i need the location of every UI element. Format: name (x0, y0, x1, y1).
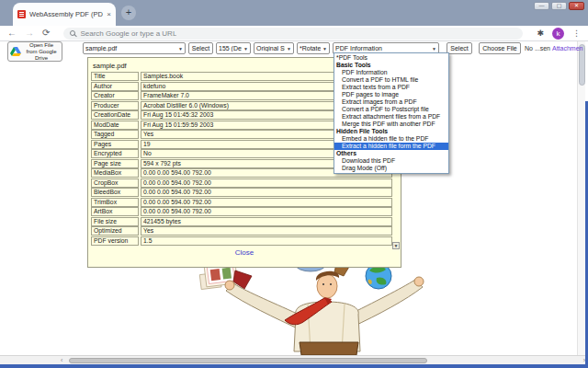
tools-menu-item[interactable]: Extract texts from a PDF (334, 84, 448, 91)
field-label: ArtBox (91, 207, 139, 216)
field-value: 1.5 (141, 236, 392, 246)
field-label: Title (91, 72, 139, 81)
table-row: CropBox 0.00 0.00 594.00 792.00 (91, 178, 398, 189)
size-select[interactable]: Original Siz ▼ (254, 42, 294, 54)
field-label: BleedBox (91, 188, 139, 197)
tools-menu-item[interactable]: Basic Tools (334, 62, 448, 69)
field-label: Author (91, 82, 139, 91)
field-label: CropBox (91, 178, 139, 188)
google-drive-icon (10, 47, 21, 56)
field-label: PDF version (91, 236, 139, 246)
field-value: 421455 bytes (141, 217, 392, 226)
tools-menu-item[interactable]: Extract images from a PDF (334, 98, 448, 106)
close-window-button[interactable]: ✕ (569, 2, 584, 10)
tools-menu-item[interactable]: Convert a PDF to Postscript file (334, 106, 448, 113)
table-row: ArtBox 0.00 0.00 594.00 792.00 (91, 207, 398, 217)
back-icon[interactable]: ← (7, 29, 17, 38)
chevron-down-icon: ▼ (243, 46, 248, 52)
pdf-tools-menu: *PDF ToolsBasic ToolsPDF InformationConv… (334, 52, 449, 174)
window-frame-bottom (0, 364, 588, 368)
browser-window: WebAssembly PDF (PDF, PS, XP × + — ▢ ✕ ←… (0, 0, 588, 368)
zoom-select-value: 155 (Defa (219, 45, 242, 52)
avatar[interactable]: k (552, 28, 564, 40)
reload-icon[interactable]: ⟳ (42, 29, 50, 38)
table-row: BleedBox 0.00 0.00 594.00 792.00 (91, 188, 398, 198)
chevron-down-icon: ▼ (287, 46, 291, 52)
zoom-select[interactable]: 155 (Defa ▼ (216, 42, 251, 54)
field-label: ModDate (91, 121, 139, 130)
file-select[interactable]: sample.pdf ▼ (83, 42, 186, 54)
open-from-drive-button[interactable]: Open File from Google Drive (7, 41, 62, 62)
window-controls: — ▢ ✕ (534, 2, 584, 10)
open-from-drive-label: Open File from Google Drive (23, 42, 60, 62)
table-row: File size 421455 bytes (91, 217, 398, 227)
rotate-select-value: *Rotate* (300, 45, 321, 52)
omnibox-placeholder: Search Google or type a URL (80, 29, 176, 38)
no-file-chosen-text: No ...sen (525, 45, 550, 52)
scroll-left-icon[interactable]: ‹ (61, 357, 62, 364)
field-label: MediaBox (91, 168, 139, 178)
field-label: Tagged (91, 130, 139, 139)
field-value: 0.00 0.00 594.00 792.00 (141, 178, 392, 188)
tools-menu-item[interactable]: *PDF Tools (334, 54, 448, 62)
field-label: Optimized (91, 226, 139, 236)
tab-close-icon[interactable]: × (107, 11, 111, 18)
horizontal-scrollbar-thumb[interactable] (69, 358, 427, 363)
tools-menu-item[interactable]: Extract a hidden file form the PDF (334, 143, 448, 150)
tools-menu-item[interactable]: Drag Mode (Off) (334, 165, 448, 172)
search-icon (70, 30, 75, 36)
field-value: 0.00 0.00 594.00 792.00 (141, 207, 392, 216)
chevron-down-icon: ▼ (432, 46, 436, 52)
titlebar: WebAssembly PDF (PDF, PS, XP × + — ▢ ✕ (0, 0, 588, 26)
select-file-button[interactable]: Select (188, 42, 213, 54)
run-tool-button[interactable]: Select (447, 42, 472, 54)
tab-title: WebAssembly PDF (PDF, PS, XP (29, 10, 103, 18)
panel-scroll-down-icon[interactable]: ▼ (392, 242, 400, 249)
tools-menu-item[interactable]: PDF Information (334, 69, 448, 76)
field-value: Yes (141, 226, 392, 236)
tools-menu-item[interactable]: Others (334, 150, 448, 157)
size-select-value: Original Siz (256, 45, 285, 52)
choose-file-button[interactable]: Choose File (479, 42, 521, 54)
tools-menu-item[interactable]: Merge this PDF with another PDF (334, 121, 448, 128)
tools-menu-item[interactable]: Download this PDF (334, 157, 448, 165)
table-row: Optimized Yes (91, 226, 398, 236)
extensions-icon[interactable]: ✱ (537, 29, 544, 38)
maximize-button[interactable]: ▢ (551, 2, 567, 10)
close-panel-link[interactable]: Close (91, 248, 398, 257)
field-value: 0.00 0.00 594.00 792.00 (141, 198, 392, 207)
field-label: CreationDate (91, 110, 139, 120)
vertical-scrollbar[interactable] (577, 41, 585, 355)
tools-menu-item[interactable]: Hidden File Tools (334, 128, 448, 135)
browser-tab[interactable]: WebAssembly PDF (PDF, PS, XP × (13, 3, 116, 26)
menu-kebab-icon[interactable]: ⋮ (572, 29, 581, 38)
field-label: Pages (91, 140, 139, 149)
field-label: Creator (91, 91, 139, 100)
forward-icon: → (25, 29, 34, 38)
tools-menu-item[interactable]: Extract attachment files from a PDF (334, 113, 448, 121)
tools-menu-item[interactable]: PDF pages to image (334, 91, 448, 98)
omnibox[interactable]: Search Google or type a URL (63, 28, 523, 40)
chevron-down-icon: ▼ (322, 46, 327, 52)
pdf-favicon-icon (17, 10, 26, 18)
minimize-button[interactable]: — (534, 2, 549, 10)
new-tab-button[interactable]: + (121, 6, 136, 20)
tools-menu-item[interactable]: Convert a PDF to HTML file (334, 76, 448, 84)
table-row: PDF version 1.5 (91, 236, 398, 247)
chevron-down-icon: ▼ (178, 46, 183, 52)
table-row: TrimBox 0.00 0.00 594.00 792.00 (91, 198, 398, 208)
horizontal-scrollbar[interactable]: ‹ › (0, 355, 588, 364)
tools-menu-item[interactable]: Embed a hidden file to the PDF (334, 135, 448, 143)
field-label: Encrypted (91, 149, 139, 158)
attachments-link[interactable]: Attachmen (552, 45, 582, 52)
page-content: Open File from Google Drive sample.pdf ▼… (0, 41, 588, 355)
pdf-page-illustration (156, 261, 432, 355)
field-label: Producer (91, 101, 139, 110)
rotate-select[interactable]: *Rotate* ▼ (297, 42, 330, 54)
field-label: TrimBox (91, 198, 139, 207)
pdf-tools-select-value: PDF Information (335, 45, 430, 52)
file-select-value: sample.pdf (85, 45, 176, 52)
field-label: File size (91, 217, 139, 226)
field-label: Page size (91, 159, 139, 168)
browser-toolbar: ← → ⟳ Search Google or type a URL ✱ k ⋮ (0, 26, 588, 41)
